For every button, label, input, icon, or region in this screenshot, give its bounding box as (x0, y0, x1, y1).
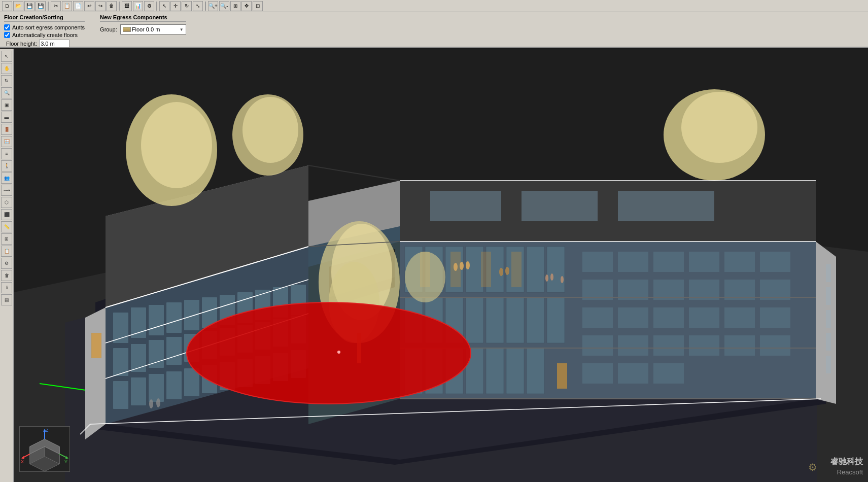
sidebar-btn-person[interactable]: 🚶 (1, 160, 12, 171)
svg-point-145 (149, 399, 153, 408)
sidebar-btn-delete[interactable]: 🗑 (1, 270, 12, 281)
floor-creation-title: Floor Creation/Sorting (4, 14, 85, 22)
sidebar-btn-zone[interactable]: ⬡ (1, 197, 12, 208)
sidebar-btn-orbit[interactable]: ↻ (1, 75, 12, 86)
svg-point-122 (242, 97, 298, 163)
toolbar-btn-chart[interactable]: 📊 (133, 1, 143, 11)
sidebar-btn-extra[interactable]: ▤ (1, 294, 12, 305)
svg-rect-60 (547, 247, 565, 292)
svg-rect-107 (653, 363, 684, 384)
new-egress-panel: New Egress Components Group: Floor 0.0 m (100, 14, 186, 35)
sidebar-btn-layer[interactable]: ⊞ (1, 233, 12, 245)
sidebar-btn-settings[interactable]: ⚙ (1, 258, 12, 269)
sidebar-btn-obstacle[interactable]: ⬛ (1, 209, 12, 220)
auto-sort-label: Auto sort egress components (12, 24, 85, 30)
toolbar-btn-rotate[interactable]: ↻ (182, 1, 192, 11)
svg-rect-104 (760, 335, 790, 356)
svg-rect-56 (466, 247, 483, 292)
toolbar-btn-select[interactable]: ↖ (159, 1, 169, 11)
sidebar-btn-zoom[interactable]: 🔍 (1, 87, 12, 98)
svg-point-129 (405, 252, 445, 302)
toolbar-btn-copy[interactable]: 📋 (62, 1, 72, 11)
toolbar-btn-scale[interactable]: ⤡ (193, 1, 203, 11)
toolbar-btn-paste[interactable]: 📄 (73, 1, 83, 11)
svg-rect-103 (724, 335, 755, 356)
floor-height-input[interactable] (39, 40, 70, 48)
svg-rect-105 (582, 363, 613, 384)
y-axis-label: Y (64, 459, 67, 464)
toolbar-btn-redo[interactable]: ↪ (95, 1, 106, 11)
toolbar-btn-saveas[interactable]: 💾 (36, 1, 46, 11)
svg-rect-79 (511, 252, 522, 287)
toolbar-btn-open[interactable]: 📂 (13, 1, 23, 11)
svg-rect-32 (149, 374, 164, 402)
toolbar-btn-zoom-fit[interactable]: ⊞ (230, 1, 240, 11)
z-axis-label: Z (46, 428, 49, 433)
watermark-line2: Reacsoft (830, 468, 863, 477)
toolbar-btn-move[interactable]: ✛ (170, 1, 181, 11)
sidebar-btn-stairs[interactable]: ≡ (1, 148, 12, 159)
svg-point-137 (505, 267, 509, 275)
toolbar-btn-pan[interactable]: ✥ (241, 1, 252, 11)
sep1 (48, 2, 49, 11)
svg-rect-94 (618, 307, 648, 328)
auto-create-row: Automatically create floors (4, 32, 85, 38)
svg-point-132 (337, 351, 340, 354)
floor-icon (123, 27, 131, 32)
svg-rect-93 (582, 307, 613, 328)
toolbar-btn-zoom-out[interactable]: 🔍- (219, 1, 229, 11)
sidebar-btn-info[interactable]: ℹ (1, 282, 12, 293)
group-value: Floor 0.0 m (132, 26, 160, 32)
sidebar-btn-flow[interactable]: ⟿ (1, 185, 12, 196)
svg-rect-75 (527, 348, 544, 394)
svg-rect-110 (826, 310, 831, 328)
svg-point-120 (141, 102, 212, 188)
group-dropdown[interactable]: Floor 0.0 m (120, 24, 186, 35)
toolbar-btn-zoom-in[interactable]: 🔍+ (208, 1, 218, 11)
sidebar-btn-properties[interactable]: 📋 (1, 246, 12, 257)
sidebar-btn-window[interactable]: 🪟 (1, 136, 12, 147)
svg-point-124 (681, 92, 757, 163)
sep4 (205, 2, 206, 11)
svg-rect-59 (527, 247, 544, 292)
svg-marker-49 (430, 191, 501, 221)
toolbar-btn-save[interactable]: 💾 (24, 1, 34, 11)
sidebar-btn-door[interactable]: 🚪 (1, 124, 12, 135)
toolbar-btn-grid[interactable]: ⊡ (253, 1, 263, 11)
svg-rect-84 (689, 252, 719, 272)
viewport[interactable]: Z Y X 睿驰科技 Reacsoft ⚙ (14, 49, 868, 482)
toolbar-btn-settings[interactable]: ⚙ (144, 1, 154, 11)
3d-scene (14, 49, 868, 482)
watermark: 睿驰科技 Reacsoft ⚙ (830, 456, 863, 477)
svg-point-140 (561, 276, 564, 283)
toolbar-btn-undo[interactable]: ↩ (84, 1, 94, 11)
sidebar-btn-hand[interactable]: ✋ (1, 63, 12, 74)
svg-rect-78 (481, 252, 491, 287)
svg-rect-112 (826, 356, 831, 373)
floor-height-row: Floor height: (4, 40, 85, 48)
auto-create-checkbox[interactable] (4, 32, 10, 38)
svg-rect-82 (618, 252, 648, 272)
toolbar-btn-delete[interactable]: 🗑 (107, 1, 117, 11)
sep2 (119, 2, 120, 11)
sidebar-btn-group[interactable]: 👥 (1, 173, 12, 184)
sidebar-btn-measure[interactable]: 📏 (1, 221, 12, 232)
svg-rect-22 (166, 337, 182, 365)
toolbar-btn-new[interactable]: 🗋 (2, 1, 12, 11)
svg-marker-45 (85, 307, 106, 439)
toolbar-btn-view[interactable]: 🖼 (122, 1, 132, 11)
svg-rect-81 (582, 252, 613, 272)
sidebar-btn-wall[interactable]: ▬ (1, 112, 12, 123)
sidebar-btn-select-rect[interactable]: ▣ (1, 99, 12, 111)
svg-rect-99 (582, 335, 613, 356)
svg-rect-108 (826, 264, 831, 282)
svg-rect-100 (618, 335, 648, 356)
svg-rect-106 (618, 363, 648, 384)
sidebar-btn-arrow[interactable]: ↖ (1, 51, 12, 62)
new-egress-title: New Egress Components (100, 14, 186, 22)
floor-height-label: Floor height: (6, 41, 37, 47)
toolbar-btn-cut[interactable]: ✂ (51, 1, 61, 11)
svg-rect-66 (506, 297, 524, 343)
auto-sort-checkbox[interactable] (4, 24, 10, 30)
svg-rect-86 (760, 252, 790, 272)
